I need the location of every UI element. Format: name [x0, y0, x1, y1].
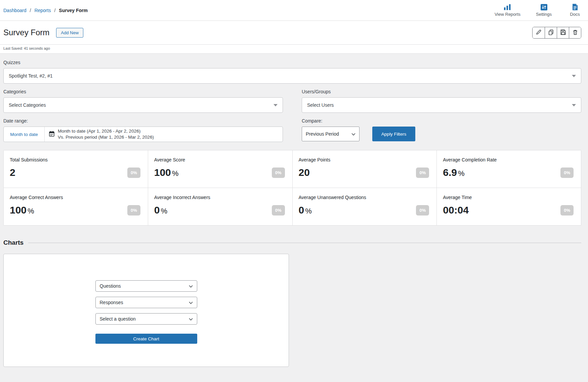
nav-settings[interactable]: Settings — [536, 4, 552, 17]
categories-select[interactable]: Select Categories — [3, 97, 283, 113]
stat-card-average-incorrect-answers: Average Incorrect Answers 0% 0% — [148, 188, 292, 225]
stat-label: Average Completion Rate — [443, 157, 574, 162]
breadcrumb: Dashboard / Reports / Survey Form — [3, 8, 88, 13]
caret-down-icon — [572, 104, 576, 106]
stats-grid: Total Submissions 2 0% Average Score 100… — [3, 150, 581, 226]
top-bar: Dashboard / Reports / Survey Form View R… — [0, 0, 588, 21]
stat-value: 20 — [299, 167, 311, 178]
compare-label: Compare: — [302, 118, 581, 124]
add-new-button[interactable]: Add New — [56, 28, 83, 38]
stat-card-average-completion-rate: Average Completion Rate 6.9% 0% — [437, 150, 581, 188]
breadcrumb-separator: / — [54, 8, 55, 13]
quizzes-select[interactable]: Spotlight Test, #2, #1 — [3, 68, 581, 84]
page-title: Survey Form — [3, 28, 49, 37]
categories-field: Categories Select Categories — [3, 89, 283, 113]
stat-change-badge: 0% — [560, 205, 574, 216]
compare-select[interactable]: Previous Period — [302, 127, 360, 141]
stat-value: 100% — [154, 167, 179, 178]
nav-view-reports-label: View Reports — [495, 12, 520, 17]
users-select-placeholder: Select Users — [307, 102, 334, 108]
date-range-picker[interactable]: Month to date Month to date (Apr 1, 2026… — [3, 127, 283, 142]
users-field: Users/Groups Select Users — [302, 89, 581, 113]
stat-change-badge: 0% — [127, 205, 140, 216]
save-button[interactable] — [557, 27, 569, 38]
breadcrumb-separator: / — [30, 8, 31, 13]
stat-label: Average Score — [154, 157, 285, 162]
nav-settings-label: Settings — [536, 12, 552, 17]
stat-label: Average Correct Answers — [10, 195, 140, 200]
create-chart-button[interactable]: Create Chart — [95, 334, 197, 344]
breadcrumb-dashboard[interactable]: Dashboard — [3, 8, 27, 13]
date-range-label: Date range: — [3, 118, 283, 124]
stat-label: Average Unanswered Questions — [299, 195, 429, 200]
form-action-toolbar — [532, 27, 581, 39]
trash-icon — [572, 29, 578, 36]
document-icon — [572, 4, 578, 10]
stat-value: 2 — [10, 167, 16, 178]
calendar-icon — [49, 131, 54, 138]
stat-value: 0% — [154, 204, 167, 216]
stat-change-badge: 0% — [127, 168, 140, 178]
stat-card-average-correct-answers: Average Correct Answers 100% 0% — [4, 188, 148, 225]
date-range-current: Month to date (Apr 1, 2026 - Apr 2, 2026… — [58, 128, 154, 134]
chevron-down-icon — [189, 316, 193, 322]
nav-view-reports[interactable]: View Reports — [495, 4, 520, 17]
date-preset-button[interactable]: Month to date — [4, 127, 45, 142]
nav-docs-label: Docs — [570, 12, 580, 17]
main-content: Quizzes Spotlight Test, #2, #1 Categorie… — [0, 54, 588, 367]
stat-label: Average Incorrect Answers — [154, 195, 285, 200]
edit-button[interactable] — [533, 27, 545, 38]
last-saved-status: Last Saved: 41 seconds ago — [0, 45, 588, 54]
charts-section-header: Charts — [3, 239, 581, 246]
stat-card-average-score: Average Score 100% 0% — [148, 150, 292, 188]
bar-chart-icon — [504, 4, 511, 10]
quizzes-label: Quizzes — [3, 60, 581, 65]
chevron-down-icon — [189, 283, 193, 289]
stat-value: 0% — [299, 204, 312, 216]
stat-change-badge: 0% — [416, 205, 429, 216]
stat-label: Average Points — [299, 157, 429, 162]
title-bar: Survey Form Add New — [0, 21, 588, 45]
save-icon — [560, 29, 566, 36]
stat-value: 00:04 — [443, 204, 470, 216]
chart-type-select[interactable]: Questions — [95, 280, 197, 292]
stat-label: Total Submissions — [10, 157, 140, 162]
caret-down-icon — [274, 104, 278, 106]
top-nav: View Reports Settings Docs — [495, 4, 585, 17]
chart-type-select-value: Questions — [100, 283, 121, 289]
stat-card-average-unanswered-questions: Average Unanswered Questions 0% 0% — [293, 188, 437, 225]
users-select[interactable]: Select Users — [302, 97, 581, 113]
apply-filters-button[interactable]: Apply Filters — [372, 127, 415, 141]
charts-heading-rule — [28, 243, 581, 243]
chart-question-select[interactable]: Select a question — [95, 313, 197, 325]
chevron-down-icon — [351, 131, 355, 137]
stat-change-badge: 0% — [272, 205, 285, 216]
stat-label: Average Time — [443, 195, 574, 200]
stat-change-badge: 0% — [560, 168, 574, 178]
quizzes-select-value: Spotlight Test, #2, #1 — [9, 73, 53, 79]
breadcrumb-reports[interactable]: Reports — [34, 8, 51, 13]
chart-metric-select-value: Responses — [100, 300, 123, 305]
stat-card-average-time: Average Time 00:04 0% — [437, 188, 581, 225]
compare-select-value: Previous Period — [306, 131, 339, 137]
date-range-field: Date range: Month to date Month to date … — [3, 118, 283, 142]
stat-change-badge: 0% — [416, 168, 429, 178]
stat-value: 6.9% — [443, 167, 464, 178]
breadcrumb-current-page: Survey Form — [59, 8, 88, 13]
duplicate-button[interactable] — [545, 27, 557, 38]
nav-docs[interactable]: Docs — [567, 4, 583, 17]
stat-change-badge: 0% — [272, 168, 285, 178]
sliders-icon — [541, 4, 547, 10]
stat-value: 100% — [10, 204, 34, 216]
pencil-icon — [536, 29, 542, 36]
date-range-comparison: Vs. Previous period (Mar 1, 2026 - Mar 2… — [58, 134, 154, 140]
chart-question-select-value: Select a question — [100, 316, 136, 322]
chevron-down-icon — [189, 300, 193, 305]
delete-button[interactable] — [569, 27, 581, 38]
copy-icon — [548, 29, 554, 36]
stat-card-total-submissions: Total Submissions 2 0% — [4, 150, 148, 188]
users-groups-label: Users/Groups — [302, 89, 581, 94]
caret-down-icon — [572, 75, 576, 77]
chart-metric-select[interactable]: Responses — [95, 297, 197, 308]
stat-card-average-points: Average Points 20 0% — [293, 150, 437, 188]
